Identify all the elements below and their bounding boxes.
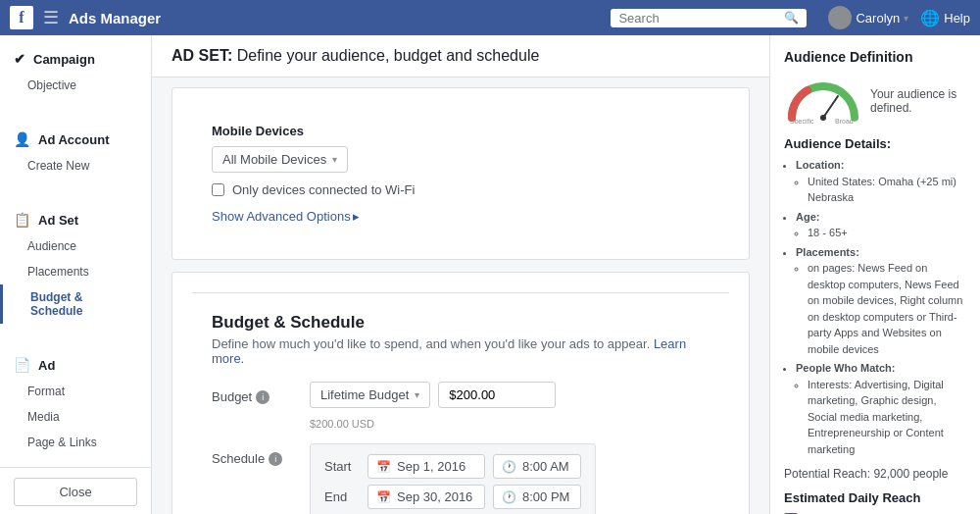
main-content: AD SET: Define your audience, budget and… (152, 35, 769, 514)
top-nav: f ☰ Ads Manager 🔍 Carolyn ▾ 🌐 Help (0, 0, 980, 35)
top-nav-right: Carolyn ▾ 🌐 Help (828, 6, 970, 29)
budget-info-icon[interactable]: i (256, 390, 270, 404)
sidebar-section-ad: 📄 Ad Format Media Page & Links (0, 351, 151, 455)
sidebar: ✔ Campaign Objective 👤 Ad Account Create… (0, 35, 152, 514)
sidebar-section-ad-account: 👤 Ad Account Create New (0, 126, 151, 179)
budget-hint: $200.00 USD (310, 418, 628, 430)
potential-reach: Potential Reach: 92,000 people (784, 467, 966, 481)
end-row: End 📅 Sep 30, 2016 🕐 8:00 PM (324, 485, 581, 509)
budget-description: Define how much you'd like to spend, and… (212, 336, 710, 366)
start-time-input[interactable]: 🕐 8:00 AM (493, 454, 581, 479)
menu-icon[interactable]: ☰ (43, 7, 59, 28)
mobile-devices-label: Mobile Devices (212, 124, 710, 138)
search-box: 🔍 (611, 9, 807, 27)
svg-point-1 (820, 115, 826, 121)
sidebar-item-campaign[interactable]: ✔ Campaign (0, 45, 151, 73)
svg-text:Broad: Broad (835, 118, 854, 124)
end-label: End (324, 489, 360, 504)
sidebar-section-campaign: ✔ Campaign Objective (0, 45, 151, 98)
right-panel: Audience Definition Specific Broad (769, 35, 980, 514)
detail-age: Age: 18 - 65+ (796, 209, 966, 241)
detail-location: Location: United States: Omaha (+25 mi) … (796, 157, 966, 206)
sidebar-item-audience[interactable]: Audience (0, 233, 151, 259)
svg-line-0 (823, 96, 838, 118)
page-header: AD SET: Define your audience, budget and… (152, 35, 769, 77)
budget-section: Budget & Schedule Define how much you'd … (192, 292, 729, 514)
ad-icon: 📄 (14, 357, 30, 373)
end-time-input[interactable]: 🕐 8:00 PM (493, 485, 581, 509)
budget-type-chevron-icon: ▾ (415, 389, 419, 400)
content-area: Mobile Devices All Mobile Devices ▾ Only… (152, 77, 769, 514)
budget-row: Budget i Lifetime Budget ▾ $200.00 USD (212, 382, 710, 430)
wifi-checkbox[interactable] (212, 183, 224, 196)
user-menu[interactable]: Carolyn ▾ (828, 6, 908, 29)
avatar (828, 6, 852, 29)
campaign-check-icon: ✔ (14, 51, 25, 67)
audience-defined-text: Your audience is defined. (870, 87, 966, 115)
schedule-row: Schedule i Start 📅 Sep 1, 2016 (212, 443, 710, 514)
schedule-grid: Start 📅 Sep 1, 2016 🕐 8:00 AM (310, 443, 596, 514)
search-icon: 🔍 (784, 11, 799, 25)
sidebar-item-placements[interactable]: Placements (0, 259, 151, 284)
show-advanced-mobile-link[interactable]: Show Advanced Options ▸ (212, 209, 360, 224)
search-input[interactable] (618, 11, 780, 26)
wifi-checkbox-row: Only devices connected to Wi-Fi (212, 182, 710, 197)
layout: ✔ Campaign Objective 👤 Ad Account Create… (0, 35, 980, 514)
end-date-input[interactable]: 📅 Sep 30, 2016 (368, 485, 485, 509)
clock-icon: 🕐 (502, 460, 516, 474)
sidebar-item-create-new[interactable]: Create New (0, 153, 151, 179)
user-chevron-icon: ▾ (904, 13, 908, 24)
ad-account-icon: 👤 (14, 131, 30, 147)
start-label: Start (324, 459, 360, 474)
start-date-input[interactable]: 📅 Sep 1, 2016 (368, 454, 485, 479)
calendar-icon: 📅 (376, 460, 391, 474)
close-button[interactable]: Close (14, 478, 137, 506)
budget-schedule-card: Budget & Schedule Define how much you'd … (172, 272, 750, 514)
mobile-section: Mobile Devices All Mobile Devices ▾ Only… (192, 108, 729, 239)
detail-people-match: People Who Match: Interests: Advertising… (796, 360, 966, 457)
schedule-control: Start 📅 Sep 1, 2016 🕐 8:00 AM (310, 443, 596, 514)
sidebar-close-section: Close (0, 467, 151, 514)
calendar-icon-end: 📅 (376, 490, 391, 504)
mobile-devices-select[interactable]: All Mobile Devices ▾ (212, 146, 348, 173)
sidebar-item-objective[interactable]: Objective (0, 73, 151, 98)
sidebar-item-budget-schedule[interactable]: Budget & Schedule (0, 284, 151, 324)
facebook-logo: f (10, 6, 33, 29)
mobile-devices-card: Mobile Devices All Mobile Devices ▾ Only… (172, 87, 750, 260)
schedule-info-icon[interactable]: i (269, 452, 282, 466)
audience-def-title: Audience Definition (784, 49, 966, 65)
budget-control: Lifetime Budget ▾ $200.00 USD (310, 382, 628, 430)
svg-text:Specific: Specific (790, 118, 814, 124)
page-header-title: Define your audience, budget and schedul… (237, 47, 540, 64)
dropdown-chevron-icon: ▾ (332, 154, 337, 165)
estimated-daily-title: Estimated Daily Reach (784, 490, 966, 505)
app-title: Ads Manager (69, 10, 161, 26)
audience-details-title: Audience Details: (784, 136, 966, 151)
budget-amount-input[interactable] (438, 382, 556, 408)
budget-type-select[interactable]: Lifetime Budget ▾ (310, 382, 430, 408)
sidebar-item-format[interactable]: Format (0, 379, 151, 404)
sidebar-item-page-links[interactable]: Page & Links (0, 430, 151, 455)
audience-details-list: Location: United States: Omaha (+25 mi) … (784, 157, 966, 457)
globe-icon: 🌐 (920, 9, 940, 27)
gauge-wrap: Specific Broad (784, 75, 862, 127)
detail-placements: Placements: on pages: News Feed on deskt… (796, 244, 966, 358)
start-row: Start 📅 Sep 1, 2016 🕐 8:00 AM (324, 454, 581, 479)
sidebar-item-ad[interactable]: 📄 Ad (0, 351, 151, 379)
advanced-arrow-icon: ▸ (353, 209, 360, 224)
sidebar-item-ad-account[interactable]: 👤 Ad Account (0, 126, 151, 153)
sidebar-section-ad-set: 📋 Ad Set Audience Placements Budget & Sc… (0, 206, 151, 324)
ad-set-icon: 📋 (14, 212, 30, 228)
gauge-container: Specific Broad Your audience is defined. (784, 75, 966, 127)
sidebar-item-media[interactable]: Media (0, 404, 151, 430)
budget-label: Budget i (212, 382, 310, 404)
help-button[interactable]: 🌐 Help (920, 9, 970, 27)
audience-gauge: Specific Broad (784, 75, 862, 124)
budget-title: Budget & Schedule (212, 313, 710, 333)
sidebar-item-ad-set[interactable]: 📋 Ad Set (0, 206, 151, 233)
page-header-prefix: AD SET: (172, 47, 232, 64)
schedule-label: Schedule i (212, 443, 310, 466)
clock-icon-end: 🕐 (502, 490, 516, 504)
